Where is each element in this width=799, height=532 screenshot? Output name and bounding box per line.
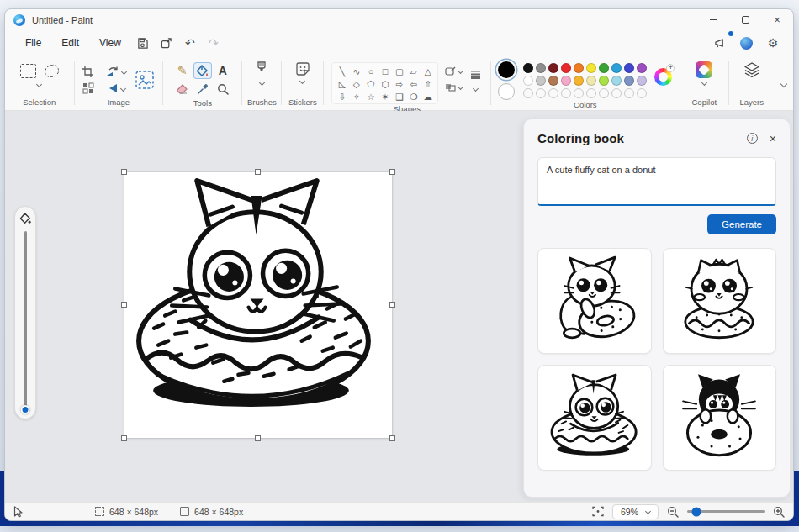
selection-handle-se[interactable] [389, 435, 395, 441]
selection-handle-s[interactable] [255, 435, 261, 441]
panel-close-button[interactable]: × [770, 133, 776, 145]
share-button[interactable] [155, 34, 178, 52]
thumbnail-black-white-cat-behind-donut[interactable] [663, 365, 777, 471]
settings-button[interactable]: ⚙ [761, 34, 785, 52]
color-swatch[interactable] [574, 76, 584, 86]
thumbnail-cat-head-in-donut[interactable] [537, 365, 652, 471]
brushes-button[interactable] [255, 58, 268, 85]
color-swatch[interactable] [624, 88, 634, 98]
zoom-slider-thumb[interactable] [692, 507, 701, 516]
color-swatch[interactable] [574, 88, 584, 98]
shape-icon[interactable]: ⇧ [421, 77, 435, 90]
zoom-level-dropdown[interactable]: 69% [612, 504, 659, 519]
color-swatch[interactable] [561, 88, 571, 98]
color-swatch[interactable] [548, 76, 558, 86]
color-swatch[interactable] [624, 76, 634, 86]
crop-icon[interactable] [82, 66, 94, 78]
fill-tool[interactable] [193, 62, 212, 79]
layers-button[interactable] [743, 58, 760, 78]
color-swatch[interactable] [561, 76, 571, 86]
eraser-tool[interactable] [173, 81, 192, 97]
text-tool[interactable]: A [214, 62, 232, 79]
copilot-button[interactable] [696, 58, 712, 85]
magnifier-tool[interactable] [214, 81, 232, 97]
prompt-input[interactable]: A cute fluffy cat on a donut [537, 157, 776, 206]
flip-button[interactable] [107, 83, 125, 93]
selection-handle-sw[interactable] [121, 435, 127, 441]
tool-options-slider[interactable] [14, 206, 36, 419]
color-swatch[interactable] [523, 88, 533, 98]
color-swatch[interactable] [586, 63, 596, 73]
edit-colors-button[interactable] [654, 68, 672, 86]
selection-handle-nw[interactable] [121, 169, 127, 175]
color-swatch[interactable] [611, 76, 622, 86]
freeform-select-icon[interactable] [43, 63, 60, 78]
slider-thumb[interactable] [21, 405, 30, 414]
color-swatch[interactable] [536, 63, 546, 73]
zoom-out-icon[interactable] [667, 506, 679, 518]
color1-swatch[interactable] [498, 61, 515, 78]
shape-icon[interactable]: ❑ [392, 90, 406, 103]
info-icon[interactable]: i [747, 133, 758, 144]
shape-icon[interactable]: ❍ [406, 90, 421, 103]
menu-view[interactable]: View [89, 34, 131, 52]
color-swatch[interactable] [548, 88, 558, 98]
zoom-in-icon[interactable] [773, 506, 785, 518]
maximize-button[interactable] [729, 9, 761, 30]
fit-to-screen-icon[interactable] [592, 506, 604, 517]
color-swatch[interactable] [637, 88, 647, 98]
selection-handle-ne[interactable] [389, 169, 395, 175]
shape-icon[interactable]: ⇦ [406, 77, 421, 90]
drawing-canvas[interactable] [124, 172, 392, 438]
stickers-button[interactable] [295, 58, 310, 83]
color-swatch[interactable] [624, 63, 634, 73]
generate-button[interactable]: Generate [707, 214, 776, 234]
shape-icon[interactable]: ⇨ [392, 77, 406, 90]
shape-fill-button[interactable] [445, 82, 463, 92]
color-swatch[interactable] [599, 76, 609, 86]
color-swatch[interactable] [611, 88, 622, 98]
shape-icon[interactable]: ◇ [349, 77, 363, 90]
redo-button[interactable]: ↷ [202, 34, 225, 52]
color-swatch[interactable] [586, 76, 596, 86]
color-swatch[interactable] [599, 63, 609, 73]
resize-icon[interactable] [82, 82, 94, 94]
close-button[interactable]: × [761, 9, 793, 30]
shape-icon[interactable]: ▢ [392, 65, 406, 77]
undo-button[interactable]: ↶ [178, 34, 202, 52]
thumbnail-round-cat-on-donut[interactable] [663, 248, 777, 354]
remove-background-icon[interactable] [135, 70, 155, 90]
color-swatch[interactable] [523, 76, 533, 86]
color-swatch[interactable] [536, 76, 546, 86]
selection-dropdown-chevron-icon[interactable] [36, 82, 42, 87]
color-swatch[interactable] [611, 63, 622, 73]
rotate-button[interactable] [106, 66, 126, 77]
color-swatch[interactable] [548, 63, 558, 73]
shape-icon[interactable]: ⬡ [378, 77, 392, 90]
shape-icon[interactable]: ▱ [406, 65, 421, 77]
selection-handle-w[interactable] [121, 302, 127, 308]
shape-icon[interactable]: ✶ [378, 90, 392, 103]
shape-icon[interactable]: ∿ [349, 65, 363, 77]
slider-track[interactable] [24, 231, 27, 413]
shape-icon[interactable]: ◺ [335, 77, 349, 90]
shape-icon[interactable]: ✧ [349, 90, 363, 103]
color-swatch[interactable] [536, 88, 546, 98]
shape-icon[interactable]: △ [421, 65, 435, 77]
line-size-button[interactable] [469, 69, 482, 80]
selection-handle-n[interactable] [255, 169, 261, 175]
minimize-button[interactable] [697, 9, 729, 30]
selection-handle-e[interactable] [389, 302, 395, 308]
zoom-slider[interactable] [687, 510, 765, 513]
feedback-button[interactable] [708, 34, 732, 52]
color-picker-tool[interactable] [193, 81, 212, 97]
color-swatch[interactable] [586, 88, 596, 98]
shape-outline-button[interactable] [445, 66, 463, 76]
color-swatch[interactable] [637, 76, 647, 86]
shape-icon[interactable]: □ [378, 65, 392, 77]
color-swatch[interactable] [561, 63, 571, 73]
shape-icon[interactable]: ☆ [363, 90, 378, 103]
thumbnail-cat-hugging-donut[interactable] [537, 248, 652, 354]
shape-icon[interactable]: ⇩ [335, 90, 349, 103]
shape-icon[interactable]: ○ [363, 65, 378, 77]
